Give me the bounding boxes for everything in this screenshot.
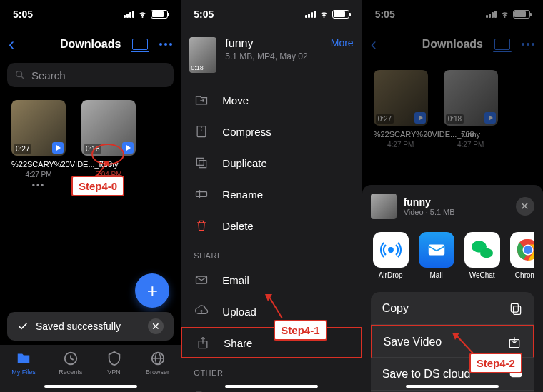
- sheet-header: 0:18 funny 5.1 MB, MP4, May 02 More: [181, 29, 362, 81]
- svg-rect-12: [197, 158, 204, 165]
- share-thumbnail: [371, 194, 397, 219]
- close-button[interactable]: ✕: [516, 197, 534, 216]
- tag-icon: [194, 389, 209, 392]
- svg-rect-29: [514, 306, 521, 314]
- step-label: Step4-0: [71, 176, 124, 196]
- menu-header-share: SHARE: [181, 241, 362, 264]
- menu-rename[interactable]: Rename: [181, 179, 362, 210]
- toast: Saved successfully ✕: [7, 312, 174, 341]
- close-icon[interactable]: ✕: [148, 318, 164, 334]
- svg-point-21: [389, 248, 393, 252]
- status-bar: 5:05: [0, 0, 181, 29]
- status-bar: 5:05: [181, 0, 362, 29]
- app-chrome[interactable]: Chrome: [508, 232, 534, 279]
- laptop-icon[interactable]: [132, 39, 148, 50]
- sheet-thumbnail: 0:18: [189, 37, 216, 73]
- menu-upload[interactable]: Upload: [181, 296, 362, 327]
- fab-add-button[interactable]: +: [135, 273, 169, 308]
- menu-share[interactable]: Share: [181, 327, 362, 358]
- share-subtitle: Video · 5.1 MB: [404, 208, 455, 216]
- search-input[interactable]: Search: [7, 63, 174, 87]
- svg-point-24: [480, 248, 493, 258]
- search-placeholder: Search: [31, 69, 66, 81]
- wechat-icon: [464, 232, 500, 268]
- svg-point-0: [16, 71, 22, 77]
- back-button[interactable]: ‹: [9, 34, 14, 54]
- search-icon: [14, 69, 26, 81]
- delete-icon: [194, 218, 209, 233]
- svg-rect-22: [428, 245, 444, 256]
- app-mail[interactable]: Mail: [417, 232, 457, 279]
- svg-rect-28: [511, 303, 518, 312]
- menu-header-other: OTHER: [181, 358, 362, 381]
- menu-delete[interactable]: Delete: [181, 210, 362, 241]
- app-wechat[interactable]: WeChat: [462, 232, 502, 279]
- svg-point-27: [524, 246, 532, 254]
- svg-rect-13: [199, 161, 206, 168]
- email-icon: [194, 272, 209, 288]
- share-title: funny: [404, 196, 455, 208]
- action-list: Copy Save Video Save to DS cloud Save to…: [371, 292, 534, 392]
- more-link[interactable]: More: [331, 37, 354, 49]
- share-apps: AirDrop Mail WeChat Chrome: [371, 232, 534, 279]
- move-icon: [194, 92, 209, 108]
- file-more-icon[interactable]: •••: [11, 181, 66, 191]
- menu-move[interactable]: Move: [181, 84, 362, 116]
- step-label: Step4-1: [274, 320, 327, 341]
- play-icon: [52, 142, 64, 154]
- airdrop-icon: [373, 232, 409, 268]
- chrome-icon: [510, 232, 534, 268]
- file-item[interactable]: 0:27 %22SCARY%20VIDE..._708 4:27 PM •••: [11, 100, 66, 200]
- phone-2: 5:05 0:18 funny 5.1 MB, MP4, May 02 More…: [181, 0, 362, 392]
- status-time: 5:05: [194, 9, 214, 20]
- dimmed-bg: 5:05 ‹Downloads 0:27%22SCARY%20VIDE..._7…: [362, 0, 543, 159]
- share-header: funny Video · 5.1 MB ✕: [371, 194, 534, 219]
- more-icon[interactable]: [159, 43, 172, 46]
- step-label: Step4-2: [469, 353, 522, 373]
- compress-icon: [194, 124, 209, 139]
- svg-line-1: [21, 76, 24, 79]
- copy-icon: [509, 301, 523, 316]
- sheet-meta: 5.1 MB, MP4, May 02: [225, 51, 322, 61]
- menu-email[interactable]: Email: [181, 264, 362, 296]
- svg-rect-14: [196, 192, 207, 197]
- phone-3: 5:05 ‹Downloads 0:27%22SCARY%20VIDE..._7…: [362, 0, 543, 392]
- sheet-filename: funny: [225, 37, 322, 50]
- upload-icon: [194, 303, 209, 319]
- phone-1: 5:05 ‹ Downloads Search 0:27 %22SCARY%20…: [0, 0, 181, 392]
- mail-icon: [419, 232, 454, 268]
- tab-myfiles[interactable]: My Files: [11, 351, 36, 392]
- menu-compress[interactable]: Compress: [181, 116, 362, 147]
- status-time: 5:05: [13, 9, 33, 20]
- nav-bar: ‹ Downloads: [0, 29, 181, 60]
- menu-duplicate[interactable]: Duplicate: [181, 147, 362, 179]
- action-copy[interactable]: Copy: [371, 292, 534, 325]
- download-icon: [507, 335, 522, 349]
- check-icon: [17, 321, 29, 332]
- tab-browser[interactable]: Browser: [146, 351, 169, 392]
- app-airdrop[interactable]: AirDrop: [371, 232, 411, 279]
- home-indicator[interactable]: [44, 385, 137, 388]
- svg-rect-16: [196, 276, 207, 283]
- page-title: Downloads: [60, 38, 121, 51]
- duplicate-icon: [194, 155, 209, 171]
- home-indicator[interactable]: [225, 385, 318, 388]
- home-indicator[interactable]: [406, 385, 499, 388]
- play-icon: [122, 142, 134, 154]
- share-icon: [195, 335, 211, 351]
- rename-icon: [194, 186, 209, 202]
- action-menu: Move Compress Duplicate Rename Delete SH…: [181, 81, 362, 392]
- status-icons: [124, 10, 168, 19]
